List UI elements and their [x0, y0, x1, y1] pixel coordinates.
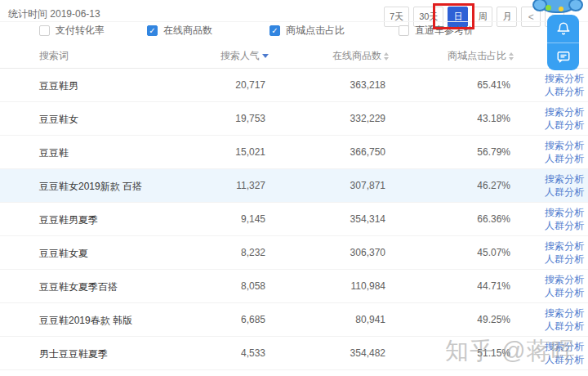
mall-click-ratio-value: 43.18% — [477, 113, 510, 124]
audience-analysis-link[interactable]: 人群分析 — [545, 119, 584, 132]
mall-click-ratio-value: 65.41% — [477, 79, 510, 91]
popularity-value: 20,717 — [235, 79, 265, 91]
search-term: 豆豆鞋女夏季百搭 — [39, 280, 118, 294]
filter-label: 支付转化率 — [56, 24, 105, 38]
search-term: 豆豆鞋2019春款 韩版 — [39, 314, 132, 328]
popularity-value: 19,753 — [235, 113, 265, 124]
online-items-value: 354,482 — [350, 347, 385, 359]
search-term: 豆豆鞋女 — [39, 113, 78, 127]
audience-analysis-link[interactable]: 人群分析 — [545, 286, 584, 299]
stat-time-label: 统计时间 2019-06-13 — [8, 7, 100, 21]
column-header-popularity[interactable]: 搜索人气 — [220, 49, 269, 63]
checkbox-checked-icon[interactable]: ✓ — [270, 25, 280, 36]
mall-click-ratio-value: 51.15% — [477, 347, 510, 359]
search-analysis-link[interactable]: 搜索分析 — [545, 172, 584, 186]
filter-pay-conversion[interactable]: 支付转化率 — [39, 24, 105, 38]
checkbox-unchecked-icon[interactable] — [39, 25, 50, 36]
search-analysis-link[interactable]: 搜索分析 — [545, 239, 584, 253]
sort-toggle-icon[interactable] — [509, 52, 514, 60]
search-analysis-link[interactable]: 搜索分析 — [545, 273, 584, 286]
floating-action-widget — [547, 15, 579, 70]
search-analysis-link[interactable]: 搜索分析 — [545, 206, 584, 219]
search-analysis-link[interactable]: 搜索分析 — [545, 72, 584, 85]
online-items-value: 80,941 — [355, 314, 385, 325]
search-term: 豆豆鞋男夏季 — [39, 213, 98, 227]
checkbox-unchecked-icon[interactable] — [399, 25, 409, 36]
search-term: 豆豆鞋女2019新款 百搭 — [39, 180, 142, 194]
table-row: 豆豆鞋女夏 8,232 306,370 45.07% 搜索分析人群分析 — [0, 236, 588, 270]
search-term-analysis-page: 统计时间 2019-06-13 7天 30天 日 周 月 < > — [0, 0, 588, 376]
bell-icon — [556, 21, 571, 36]
audience-analysis-link[interactable]: 人群分析 — [545, 320, 584, 333]
table-row-highlighted: 豆豆鞋女2019新款 百搭 11,327 307,871 46.27% 搜索分析… — [0, 169, 588, 203]
search-analysis-link[interactable]: 搜索分析 — [545, 139, 584, 152]
audience-analysis-link[interactable]: 人群分析 — [545, 353, 584, 366]
online-items-value: 110,984 — [351, 280, 386, 292]
column-header-term: 搜索词 — [39, 49, 69, 63]
search-term: 豆豆鞋男 — [39, 79, 78, 93]
popularity-value: 4,533 — [241, 347, 265, 359]
mascot-hand-right — [568, 0, 583, 11]
sort-toggle-icon[interactable] — [384, 52, 389, 60]
table-row: 豆豆鞋 15,021 366,750 56.79% 搜索分析人群分析 — [0, 136, 588, 169]
chat-message-button[interactable] — [547, 43, 579, 71]
online-items-value: 307,871 — [350, 180, 385, 191]
popularity-value: 8,232 — [241, 247, 265, 258]
filter-label: 直通车参考价 — [415, 24, 474, 38]
table-row: 豆豆鞋2019春款 韩版 6,685 80,941 49.25% 搜索分析人群分… — [0, 303, 588, 337]
table-row: 豆豆鞋女 19,753 332,229 43.18% 搜索分析人群分析 — [0, 102, 588, 136]
filter-label: 商城点击占比 — [286, 24, 345, 38]
mall-click-ratio-value: 66.36% — [477, 213, 510, 225]
metric-filter-row: 支付转化率 ✓ 在线商品数 ✓ 商城点击占比 直通车参考价 — [0, 21, 588, 39]
chat-bubble-icon — [556, 49, 571, 64]
filter-label: 在线商品数 — [163, 24, 212, 38]
audience-analysis-link[interactable]: 人群分析 — [545, 85, 584, 98]
online-items-value: 332,229 — [350, 113, 385, 124]
mascot-dot-green — [546, 5, 551, 11]
popularity-value: 8,058 — [241, 280, 265, 292]
online-items-value: 363,218 — [350, 79, 385, 91]
table-body: 豆豆鞋男 20,717 363,218 65.41% 搜索分析人群分析 豆豆鞋女… — [0, 69, 588, 370]
search-term: 男士豆豆鞋夏季 — [39, 347, 108, 361]
filter-online-items[interactable]: ✓ 在线商品数 — [147, 24, 212, 38]
online-items-value: 354,314 — [350, 213, 385, 225]
online-items-value: 306,370 — [350, 247, 385, 258]
popularity-value: 6,685 — [241, 314, 265, 325]
table-row: 男士豆豆鞋夏季 4,533 354,482 51.15% 搜索分析人群分析 — [0, 337, 588, 370]
table-header-row: 搜索词 搜索人气 在线商品数 商城点击占比 — [0, 41, 588, 69]
table-row: 豆豆鞋女夏季百搭 8,058 110,984 44.71% 搜索分析人群分析 — [0, 270, 588, 303]
search-term: 豆豆鞋女夏 — [39, 247, 88, 261]
table-row: 豆豆鞋男夏季 9,145 354,314 66.36% 搜索分析人群分析 — [0, 203, 588, 236]
mall-click-ratio-value: 44.71% — [477, 280, 510, 292]
mall-click-ratio-value: 49.25% — [477, 314, 510, 325]
filter-ztc-reference-price[interactable]: 直通车参考价 — [399, 24, 474, 38]
online-items-value: 366,750 — [350, 146, 385, 158]
search-analysis-link[interactable]: 搜索分析 — [545, 340, 584, 353]
popularity-value: 9,145 — [241, 213, 265, 225]
audience-analysis-link[interactable]: 人群分析 — [545, 253, 584, 266]
mascot-dot-yellow — [559, 7, 564, 11]
mall-click-ratio-value: 56.79% — [477, 146, 510, 158]
search-term: 豆豆鞋 — [39, 146, 69, 160]
popularity-value: 15,021 — [235, 146, 265, 158]
audience-analysis-link[interactable]: 人群分析 — [545, 219, 584, 232]
search-analysis-link[interactable]: 搜索分析 — [545, 105, 584, 119]
audience-analysis-link[interactable]: 人群分析 — [545, 186, 584, 199]
column-header-online-items[interactable]: 在线商品数 — [332, 49, 389, 63]
audience-analysis-link[interactable]: 人群分析 — [545, 152, 584, 165]
notification-bell-button[interactable] — [547, 15, 579, 43]
filter-mall-click-ratio[interactable]: ✓ 商城点击占比 — [270, 24, 345, 38]
search-analysis-link[interactable]: 搜索分析 — [545, 307, 584, 320]
mall-click-ratio-value: 45.07% — [477, 247, 510, 258]
mall-click-ratio-value: 46.27% — [477, 180, 510, 191]
table-row: 豆豆鞋男 20,717 363,218 65.41% 搜索分析人群分析 — [0, 69, 588, 102]
column-header-mall-click-ratio[interactable]: 商城点击占比 — [448, 49, 514, 63]
sort-desc-icon[interactable] — [262, 54, 269, 58]
checkbox-checked-icon[interactable]: ✓ — [147, 25, 158, 36]
popularity-value: 11,327 — [236, 180, 265, 191]
